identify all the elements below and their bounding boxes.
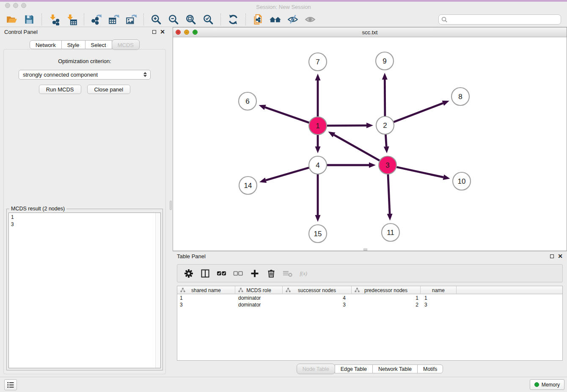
mcds-result-line: 1 [11,214,158,221]
zoom-selected-button[interactable] [201,13,216,26]
column-header-name[interactable]: name [421,286,457,294]
table-cell[interactable]: 1 [352,295,421,301]
table-cell[interactable]: 1 [421,295,457,301]
criterion-dropdown[interactable]: strongly connected component [19,70,151,80]
export-table-button[interactable] [106,13,121,26]
zoom-in-icon [150,14,162,25]
run-mcds-button[interactable]: Run MCDS [39,85,81,94]
tab-node-table[interactable]: Node Table [297,364,335,374]
right-column: × − + scc.txt 7968124314101511 Table Pan… [173,27,567,377]
network-canvas[interactable]: 7968124314101511 [173,37,567,251]
close-panel-icon[interactable]: ✕ [160,30,165,34]
apply-layout-button[interactable] [226,13,241,26]
close-panel-button[interactable]: Close panel [87,85,131,94]
zoom-window-button[interactable] [21,3,26,8]
delete-columns-button[interactable] [266,268,276,279]
table-row[interactable]: 3dominator323 [177,301,562,308]
table-panel: Table Panel ✕ [173,251,567,377]
save-session-button[interactable] [22,13,37,26]
tab-select[interactable]: Select [85,40,112,49]
export-table-icon [108,14,120,25]
window-titlebar: Session: New Session [0,2,567,12]
table-panel-tabs: Node TableEdge TableNetwork TableMotifs [173,364,567,374]
tab-mcds[interactable]: MCDS [112,39,140,50]
column-header-successor-nodes[interactable]: successor nodes [283,286,352,294]
table-cell[interactable]: 1 [177,295,235,301]
mcds-result-group: MCDS result (2 nodes) 13 [6,209,163,370]
close-table-panel-icon[interactable]: ✕ [558,254,563,258]
hierarchy-icon [355,287,360,293]
canvas-splitter-grip[interactable] [363,248,367,251]
application-window: Session: New Session [0,0,567,392]
task-history-button[interactable] [4,379,17,390]
network-minimize-button[interactable]: − [184,30,189,35]
table-cell[interactable]: dominator [235,295,283,301]
create-column-button[interactable] [250,268,260,279]
tab-edge-table[interactable]: Edge Table [335,364,373,373]
column-header-label: name [432,287,445,293]
table-cell[interactable]: 3 [421,301,457,308]
vertical-splitter[interactable] [169,27,173,377]
memory-button[interactable]: Memory [530,379,564,390]
graph-node-label-9: 9 [383,57,386,65]
minimize-window-button[interactable] [13,3,18,8]
close-window-button[interactable] [5,3,10,8]
tab-motifs[interactable]: Motifs [417,364,443,373]
network-close-button[interactable]: × [176,30,181,35]
network-graph: 7968124314101511 [173,37,567,250]
control-panel-header: Control Panel ✕ [0,27,169,36]
import-table-button[interactable] [64,13,79,26]
control-panel-tabs: NetworkStyleSelectMCDS [0,40,169,50]
zoom-selected-icon [202,14,214,25]
export-image-button[interactable] [124,13,139,26]
graph-edge-arrowhead [443,174,450,180]
column-header-label: successor nodes [298,287,336,293]
delete-table-button[interactable] [283,268,293,279]
column-header-MCDS-role[interactable]: MCDS role [235,286,283,294]
graph-edge-arrowhead [315,74,321,80]
hide-panels-button[interactable] [285,13,300,26]
table-cell[interactable]: 4 [283,295,352,301]
network-zoom-button[interactable]: + [193,30,198,35]
graph-node-label-4: 4 [316,161,319,169]
export-network-button[interactable] [89,13,104,26]
import-network-button[interactable] [47,13,62,26]
mcds-result-textarea[interactable]: 13 [8,213,161,368]
zoom-in-button[interactable] [149,13,164,26]
table-row[interactable]: 1dominator411 [177,295,562,301]
show-panels-button[interactable] [303,13,318,26]
column-header-label: MCDS role [246,287,271,293]
home-icon [269,14,282,25]
table-cell[interactable]: 3 [283,301,352,308]
mcds-result-lines: 13 [9,213,160,229]
column-header-shared-name[interactable]: shared name [177,286,235,294]
search-input[interactable] [438,14,561,25]
open-session-button[interactable] [4,13,19,26]
tab-style[interactable]: Style [61,40,85,49]
toolbar-separator [220,14,221,25]
float-table-panel-icon[interactable] [550,254,554,258]
zoom-out-button[interactable] [166,13,181,26]
table-settings-button[interactable] [184,268,194,279]
float-panel-icon[interactable] [152,30,156,34]
table-cell[interactable]: 2 [352,301,421,308]
splitter-grip[interactable] [170,201,172,210]
column-layout-button[interactable] [200,268,210,279]
zoom-fit-icon [185,14,197,25]
result-scrollbar[interactable] [155,213,160,368]
graph-edge-arrowhead [442,101,449,106]
zoom-fit-button[interactable] [183,13,198,26]
new-network-from-file-button[interactable] [250,13,266,26]
column-header-predecessor-nodes[interactable]: predecessor nodes [352,286,421,294]
select-all-columns-button[interactable] [217,268,227,279]
show-home-panel-button[interactable] [268,13,283,26]
tab-network-table[interactable]: Network Table [372,364,418,373]
table-cell[interactable]: 3 [177,301,235,308]
tab-network[interactable]: Network [30,40,62,49]
main-toolbar [0,12,567,27]
table-cell[interactable]: dominator [235,301,283,308]
function-builder-button[interactable]: f(x) [299,268,309,279]
deselect-all-columns-button[interactable] [233,268,243,279]
table-panel-title: Table Panel [177,253,206,259]
graph-node-label-3: 3 [385,161,389,169]
